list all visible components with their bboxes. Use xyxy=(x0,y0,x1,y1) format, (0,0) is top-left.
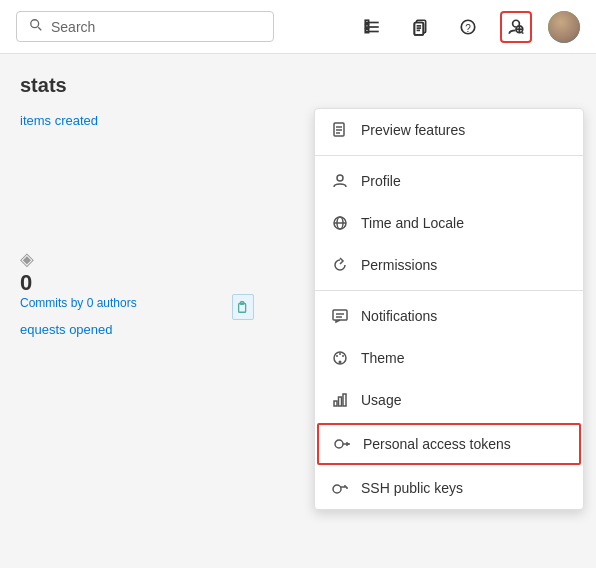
clipboard-button[interactable] xyxy=(404,11,436,43)
user-menu-button[interactable] xyxy=(500,11,532,43)
svg-rect-41 xyxy=(343,394,346,406)
header: Search ? xyxy=(0,0,596,54)
menu-item-theme[interactable]: Theme xyxy=(315,337,583,379)
palette-icon xyxy=(331,349,349,367)
svg-point-36 xyxy=(342,355,344,357)
profile-label: Profile xyxy=(361,173,401,189)
avatar[interactable] xyxy=(548,11,580,43)
svg-point-42 xyxy=(335,440,343,448)
usage-label: Usage xyxy=(361,392,401,408)
header-icons: ? xyxy=(356,11,580,43)
globe-icon xyxy=(331,214,349,232)
help-button[interactable]: ? xyxy=(452,11,484,43)
preview-features-label: Preview features xyxy=(361,122,465,138)
permissions-label: Permissions xyxy=(361,257,437,273)
time-locale-label: Time and Locale xyxy=(361,215,464,231)
ssh-public-keys-label: SSH public keys xyxy=(361,480,463,496)
search-box[interactable]: Search xyxy=(16,11,274,42)
svg-point-37 xyxy=(339,353,341,355)
search-input-label: Search xyxy=(51,19,95,35)
menu-item-preview-features[interactable]: Preview features xyxy=(315,109,583,151)
notifications-label: Notifications xyxy=(361,308,437,324)
menu-item-ssh-public-keys[interactable]: SSH public keys xyxy=(315,467,583,509)
menu-item-permissions[interactable]: Permissions xyxy=(315,244,583,286)
svg-rect-39 xyxy=(334,401,337,406)
main-content: stats items created ◈ 0 Commits by 0 aut… xyxy=(0,54,596,568)
svg-point-0 xyxy=(31,20,39,28)
menu-item-time-locale[interactable]: Time and Locale xyxy=(315,202,583,244)
svg-point-35 xyxy=(336,355,338,357)
bars-chart-icon xyxy=(331,391,349,409)
svg-point-27 xyxy=(337,175,343,181)
svg-rect-31 xyxy=(333,310,347,320)
token-icon xyxy=(333,435,351,453)
svg-line-1 xyxy=(38,27,41,30)
personal-access-tokens-label: Personal access tokens xyxy=(363,436,511,452)
menu-item-profile[interactable]: Profile xyxy=(315,160,583,202)
sidebar-clipboard-icon xyxy=(232,294,254,320)
person-icon xyxy=(331,172,349,190)
key-icon xyxy=(331,479,349,497)
menu-item-notifications[interactable]: Notifications xyxy=(315,295,583,337)
theme-label: Theme xyxy=(361,350,405,366)
divider-2 xyxy=(315,290,583,291)
dropdown-menu: Preview features Profile Time a xyxy=(314,108,584,510)
svg-text:?: ? xyxy=(465,22,471,33)
svg-point-46 xyxy=(333,485,341,493)
svg-rect-40 xyxy=(339,397,342,406)
search-icon xyxy=(29,18,43,35)
refresh-icon xyxy=(331,256,349,274)
list-view-button[interactable] xyxy=(356,11,388,43)
menu-item-personal-access-tokens[interactable]: Personal access tokens xyxy=(317,423,581,465)
divider-1 xyxy=(315,155,583,156)
requests-label: equests opened xyxy=(20,322,113,337)
page-icon xyxy=(331,121,349,139)
commit-dot-icon: ◈ xyxy=(20,248,34,270)
menu-item-usage[interactable]: Usage xyxy=(315,379,583,421)
page-title: stats xyxy=(20,74,576,97)
avatar-image xyxy=(548,11,580,43)
items-created-label: items created xyxy=(20,113,98,128)
svg-point-38 xyxy=(339,361,342,364)
chat-icon xyxy=(331,307,349,325)
